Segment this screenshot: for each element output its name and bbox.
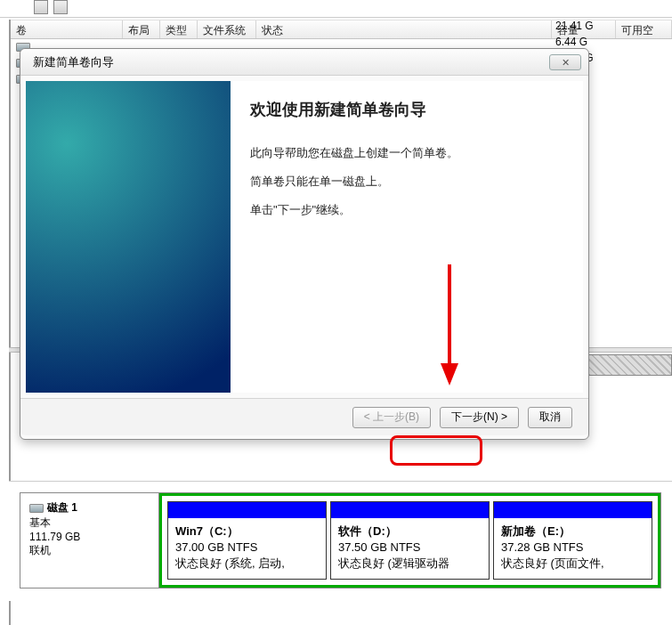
partition-header [168,502,326,518]
partitions-group: Win7（C:） 37.00 GB NTFS 状态良好 (系统, 启动, 软件（… [159,493,660,588]
disk-icon [29,504,44,513]
back-button: < 上一步(B) [352,407,431,428]
col-status[interactable]: 状态 [256,20,552,38]
partition-status: 状态良好 (页面文件, [501,556,604,570]
dialog-body: 欢迎使用新建简单卷向导 此向导帮助您在磁盘上创建一个简单卷。 简单卷只能在单一磁… [20,76,588,398]
partition-header [331,502,489,518]
cancel-button[interactable]: 取消 [528,407,572,428]
wizard-text-1: 此向导帮助您在磁盘上创建一个简单卷。 [250,145,563,161]
disk-panel: 磁盘 1 基本 111.79 GB 联机 Win7（C:） 37.00 GB N… [9,481,672,601]
wizard-side-graphic [26,81,231,393]
col-layout[interactable]: 布局 [123,20,160,38]
wizard-heading: 欢迎使用新建简单卷向导 [250,99,563,120]
disk-state: 联机 [29,543,150,558]
dialog-titlebar: 新建简单卷向导 ✕ [20,49,588,76]
disk-row: 磁盘 1 基本 111.79 GB 联机 Win7（C:） 37.00 GB N… [20,492,661,588]
dialog-close-button[interactable]: ✕ [549,54,581,70]
col-type[interactable]: 类型 [160,20,198,38]
partition-size: 37.50 GB NTFS [338,540,420,554]
partition-status: 状态良好 (系统, 启动, [175,556,285,570]
partition-header [494,502,652,518]
top-toolbar [0,0,672,18]
partition-name: Win7（C:） [175,524,239,538]
partition-e[interactable]: 新加卷（E:） 37.28 GB NTFS 状态良好 (页面文件, [493,501,652,580]
disk-size: 111.79 GB [29,531,150,543]
partition-c[interactable]: Win7（C:） 37.00 GB NTFS 状态良好 (系统, 启动, [167,501,327,580]
col-free[interactable]: 可用空 [616,20,672,38]
wizard-text-2: 简单卷只能在单一磁盘上。 [250,174,563,190]
partition-name: 软件（D:） [338,524,397,538]
capacity-value: 21.41 G [550,20,594,36]
partition-d[interactable]: 软件（D:） 37.50 GB NTFS 状态良好 (逻辑驱动器 [330,501,490,580]
toolbar-icon-2[interactable] [53,0,68,14]
wizard-text-3: 单击"下一步"继续。 [250,202,563,218]
partition-size: 37.28 GB NTFS [501,540,583,554]
disk-label-box: 磁盘 1 基本 111.79 GB 联机 [20,493,159,588]
col-volume[interactable]: 卷 [11,20,123,38]
partition-status: 状态良好 (逻辑驱动器 [338,556,449,570]
dialog-button-row: < 上一步(B) 下一步(N) > 取消 [20,398,588,435]
dialog-title-text: 新建简单卷向导 [33,54,114,70]
col-fs[interactable]: 文件系统 [198,20,256,38]
disk-name: 磁盘 1 [47,501,77,514]
partition-name: 新加卷（E:） [501,524,571,538]
toolbar-icon-1[interactable] [34,0,48,14]
next-button[interactable]: 下一步(N) > [440,407,519,428]
wizard-content: 欢迎使用新建简单卷向导 此向导帮助您在磁盘上创建一个简单卷。 简单卷只能在单一磁… [231,81,583,393]
disk-type: 基本 [29,515,150,531]
new-simple-volume-wizard: 新建简单卷向导 ✕ 欢迎使用新建简单卷向导 此向导帮助您在磁盘上创建一个简单卷。… [20,48,589,440]
partition-size: 37.00 GB NTFS [175,540,257,554]
